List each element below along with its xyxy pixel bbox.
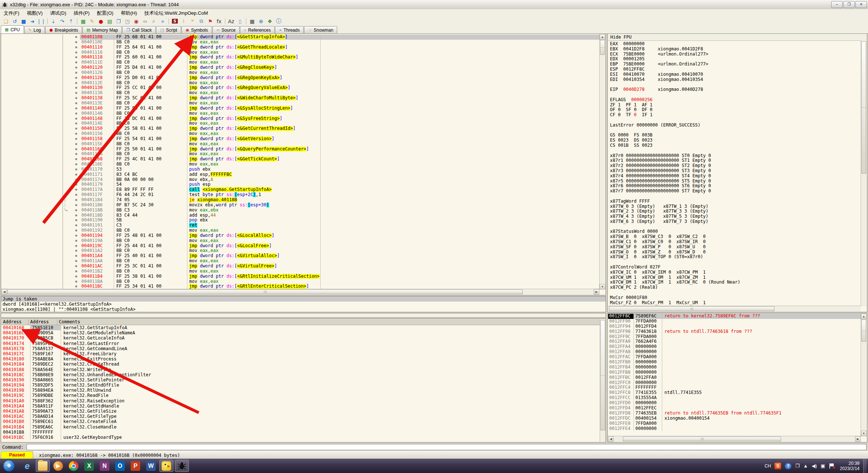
breakpoint-dot[interactable]: ●: [73, 248, 80, 253]
stack-row[interactable]: 0012FF8C7589EF6Creturn to kernel32.7589E…: [608, 314, 861, 319]
menu-options[interactable]: 配置(O): [93, 9, 117, 17]
menu-debug[interactable]: 调试(D): [46, 9, 70, 17]
tab-log[interactable]: ✎Log: [24, 26, 45, 33]
stack-row[interactable]: 0012FFB000000000: [608, 360, 861, 365]
register-line[interactable]: x87StatusWord 0000: [610, 229, 861, 234]
register-line[interactable]: x87r6 00000000000000000000 ST6 Empty 0: [610, 184, 861, 189]
breakpoint-dot[interactable]: ●: [73, 40, 80, 45]
restart-icon[interactable]: ↺: [11, 18, 19, 25]
register-line[interactable]: x87TW_0 3 (Empty) x87TW_1 3 (Empty): [610, 204, 861, 209]
stack-row[interactable]: 0012FFC000000000: [608, 380, 861, 385]
breakpoint-dot[interactable]: ●: [73, 111, 80, 116]
disasm-row[interactable]: ●0040116E8B C0mov eax,eax: [1, 162, 599, 167]
source-icon[interactable]: ‹›: [141, 18, 149, 25]
register-line[interactable]: CS 001B SS 0023: [610, 143, 861, 148]
run-icon[interactable]: ➜: [28, 18, 36, 25]
register-line[interactable]: GS 0000 FS 003B: [610, 133, 861, 138]
breakpoint-dot[interactable]: ●: [73, 45, 80, 50]
maximize-button[interactable]: ❐: [843, 1, 855, 8]
stack-row[interactable]: 0012FF907FFDA000: [608, 319, 861, 324]
disasm-row[interactable]: ●004011905Bpop ebx: [1, 218, 599, 223]
disasm-row[interactable]: ●0040118D83 C4 44add esp,44: [1, 213, 599, 218]
disasm-row[interactable]: ●00401158FF 25 54 01 41 00jmp dword ptr …: [1, 136, 599, 142]
references-vscrollbar[interactable]: [600, 319, 606, 442]
breakpoint-dot[interactable]: ●: [73, 233, 80, 238]
language-indicator[interactable]: CH: [765, 463, 771, 469]
disasm-row[interactable]: ●004011368B C0mov eax,eax: [1, 90, 599, 96]
register-line[interactable]: MxCsr_FZ 0 MxCsr_PM 1 MxCsr_UM 1: [610, 300, 861, 306]
register-line[interactable]: OF 0 SF 0 DF 0: [610, 107, 861, 113]
table-row[interactable]: 004101A875890A73kernel32.GetFileSize: [1, 409, 600, 414]
disasm-row[interactable]: ●004011A4FF 25 40 01 41 00jmp dword ptr …: [1, 253, 599, 259]
register-line[interactable]: x87SW_SF 0 x87SW_P 0 x87SW_U 0: [610, 245, 861, 250]
register-line[interactable]: [610, 92, 861, 97]
stack-row[interactable]: 0012FF940012FFD4: [608, 324, 861, 329]
disasm-row[interactable]: ●00401120FF 25 D4 01 41 00jmp dword ptr …: [1, 65, 599, 70]
breakpoint-dot[interactable]: ●: [73, 157, 80, 162]
breakpoint-dot[interactable]: ●: [73, 269, 80, 274]
help-tray-icon[interactable]: ?: [785, 463, 791, 469]
taskbar-item-excel[interactable]: X: [82, 460, 96, 472]
taskbar-item-explorer[interactable]: [36, 460, 50, 472]
register-line[interactable]: x87r3 00000000000000000000 ST3 Empty 0: [610, 168, 861, 174]
open-file-icon[interactable]: ❏: [2, 18, 10, 25]
disasm-row[interactable]: ●004011268B C0mov eax,eax: [1, 70, 599, 75]
disasm-row[interactable]: ●004011BCFF 25 34 01 41 00jmp dword ptr …: [1, 284, 599, 289]
show-desktop-button[interactable]: [863, 459, 867, 473]
disasm-row[interactable]: ●004011BA8B C0mov eax,eax: [1, 279, 599, 284]
register-line[interactable]: [610, 128, 861, 133]
stack-row[interactable]: 0012FFBC0012FFA0: [608, 375, 861, 380]
register-line[interactable]: EIP 0040D278 xiongmao.0040D278: [610, 87, 861, 92]
register-line[interactable]: EBX 0041D2F8 xiongmao.0041D2F8: [610, 47, 861, 52]
menu-view[interactable]: 视图(V): [23, 9, 46, 17]
breakpoint-dot[interactable]: ●: [73, 81, 80, 86]
stack-row[interactable]: 0012FFE07FFDA000: [608, 421, 861, 426]
memory-map-icon[interactable]: ▤: [106, 18, 114, 25]
register-line[interactable]: x87TW_4 3 (Empty) x87TW_5 3 (Empty): [610, 214, 861, 219]
disasm-row[interactable]: ●0040117FF6 44 24 2C 01test byte ptr ss:…: [1, 192, 599, 198]
register-line[interactable]: ES 0023 DS 0023: [610, 138, 861, 143]
taskbar-item-outlook[interactable]: O: [113, 460, 127, 472]
register-line[interactable]: x87ControlWord 027F: [610, 265, 861, 270]
disasm-row[interactable]: ●00401110FF 25 64 01 41 00jmp dword ptr …: [1, 45, 599, 50]
disasm-row[interactable]: ●00401148FF 25 DC 01 41 00jmp dword ptr …: [1, 116, 599, 121]
table-row[interactable]: 004101B07589EC61kernel32.CreateFileA: [1, 419, 600, 424]
taskbar-item-ie[interactable]: e: [20, 460, 34, 472]
stack-row[interactable]: 0012FFCC0135554A: [608, 395, 861, 401]
register-line[interactable]: x87TW_6 3 (Empty) x87TW_7 3 (Empty): [610, 219, 861, 224]
register-line[interactable]: [610, 118, 861, 123]
stack-hscrollbar[interactable]: ◀ ▶: [608, 436, 861, 442]
network-icon[interactable]: ▣: [821, 463, 825, 469]
register-line[interactable]: x87SW_B 0 x87SW_C3 0 x87SW_C2 0: [610, 234, 861, 239]
step-out-icon[interactable]: ⇡: [67, 18, 75, 25]
breakpoint-dot[interactable]: ●: [73, 187, 80, 192]
disasm-row[interactable]: ●0040111E8B C0mov eax,eax: [1, 60, 599, 65]
disasm-row[interactable]: ●004011668B C0mov eax,eax: [1, 152, 599, 157]
register-line[interactable]: [610, 148, 861, 153]
menu-forum[interactable]: 技术论坛:WwW.JmpOep.CoM: [141, 9, 212, 17]
stack-row[interactable]: 0012FF9877463618return to ntdll.77463618…: [608, 329, 861, 334]
register-line[interactable]: x87TW_2 3 (Empty) x87TW_3 3 (Empty): [610, 209, 861, 214]
patch-icon[interactable]: ⌇: [180, 18, 188, 25]
disasm-row[interactable]: ●004011928B C0mov eax,eax: [1, 228, 599, 233]
register-line[interactable]: x87TagWord FFFF: [610, 199, 861, 204]
disasm-row[interactable]: ●00401168FF 25 4C 01 41 00jmp dword ptr …: [1, 157, 599, 162]
stack-row[interactable]: 0012FF9C7FFDA000: [608, 334, 861, 339]
breakpoint-dot[interactable]: ●: [73, 167, 80, 172]
table-row[interactable]: 00410180758ABE8Akernel32.ExitProcess: [1, 356, 600, 362]
clock[interactable]: 20:39 2023/2/14: [840, 461, 860, 471]
breakpoint-dot[interactable]: ●: [73, 35, 80, 40]
stack-row[interactable]: 0012FFAC7FFDA000: [608, 355, 861, 360]
breakpoint-dot[interactable]: ●: [73, 147, 80, 152]
sogou-input-icon[interactable]: S: [775, 463, 781, 469]
register-line[interactable]: x87r7 00000000000000000000 ST7 Empty 0: [610, 189, 861, 194]
table-row[interactable]: 0041016C7589D95Akernel32.GetModuleFileNa…: [1, 330, 600, 335]
breakpoint-dot[interactable]: ●: [73, 259, 80, 264]
register-line[interactable]: LastError 00000000 (ERROR_SUCCESS): [610, 123, 861, 128]
register-line[interactable]: [610, 224, 861, 230]
references-icon[interactable]: ⌕: [150, 18, 158, 25]
register-line[interactable]: x87CW_UM 1 x87CW_OM 1 x87CW_ZM 1: [610, 275, 861, 280]
breakpoint-dot[interactable]: ●: [73, 172, 80, 177]
stack-row[interactable]: 0012FFDC00400154xiongmao.00400154: [608, 416, 861, 421]
disasm-row[interactable]: ●0040119A8B C0mov eax,eax: [1, 238, 599, 243]
